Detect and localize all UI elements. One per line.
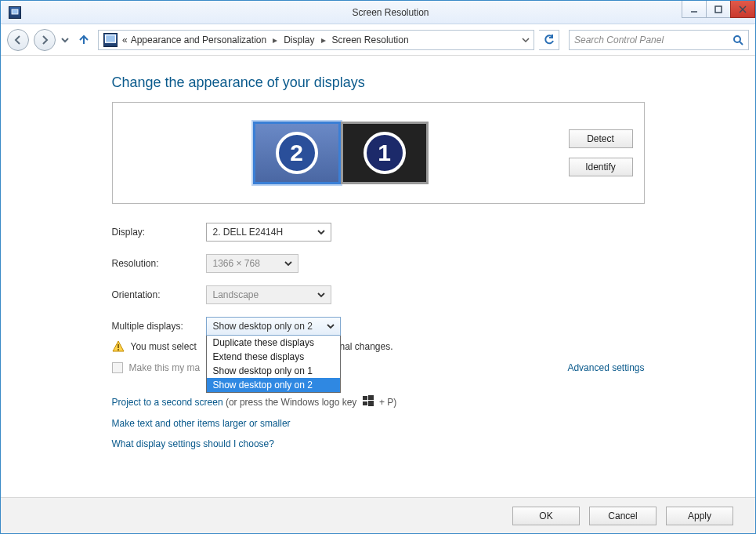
svg-rect-11 bbox=[368, 395, 374, 400]
help-link[interactable]: What display settings should I choose? bbox=[112, 438, 274, 449]
window-title: Screen Resolution bbox=[26, 7, 755, 18]
project-link[interactable]: Project to a second screen bbox=[112, 397, 223, 408]
chevron-down-icon bbox=[282, 260, 295, 267]
breadcrumb-part[interactable]: Appearance and Personalization bbox=[129, 35, 268, 45]
content-area: Change the appearance of your displays 2… bbox=[1, 56, 755, 497]
search-placeholder: Search Control Panel bbox=[574, 35, 732, 45]
display-label: Display: bbox=[112, 227, 206, 238]
svg-rect-12 bbox=[363, 401, 367, 405]
main-display-row: Make this my ma Advanced settings bbox=[112, 362, 645, 373]
svg-rect-13 bbox=[368, 401, 374, 406]
ok-button[interactable]: OK bbox=[512, 507, 580, 525]
screen-resolution-window: Screen Resolution bbox=[0, 0, 756, 534]
dropdown-option[interactable]: Duplicate these displays bbox=[207, 336, 340, 350]
address-dropdown[interactable] bbox=[518, 36, 534, 44]
cancel-button[interactable]: Cancel bbox=[589, 507, 657, 525]
page-title: Change the appearance of your displays bbox=[112, 74, 645, 91]
multiple-displays-select[interactable]: Show desktop only on 2 bbox=[206, 317, 341, 336]
window-controls bbox=[682, 1, 755, 18]
titlebar: Screen Resolution bbox=[1, 1, 755, 24]
warning-icon bbox=[112, 340, 125, 353]
breadcrumb-separator: ▸ bbox=[317, 35, 331, 45]
refresh-button[interactable] bbox=[539, 30, 559, 50]
location-icon bbox=[103, 33, 118, 47]
breadcrumb-part[interactable]: Screen Resolution bbox=[331, 35, 411, 45]
dropdown-option[interactable]: Show desktop only on 1 bbox=[207, 364, 340, 378]
text-size-link[interactable]: Make text and other items larger or smal… bbox=[112, 418, 291, 429]
apply-warning: You must select onal changes. bbox=[112, 340, 645, 353]
dialog-button-row: OK Cancel Apply bbox=[1, 497, 755, 533]
monitor-preview[interactable]: 2 1 bbox=[113, 122, 569, 184]
main-display-label: Make this my ma bbox=[129, 362, 201, 373]
monitor-number: 2 bbox=[276, 132, 318, 174]
dropdown-option[interactable]: Extend these displays bbox=[207, 350, 340, 364]
chevron-down-icon bbox=[324, 322, 337, 330]
multiple-displays-dropdown: Duplicate these displays Extend these di… bbox=[206, 336, 341, 393]
svg-point-9 bbox=[118, 349, 119, 351]
chevron-down-icon bbox=[315, 291, 327, 299]
search-icon bbox=[732, 35, 743, 45]
monitor-1[interactable]: 1 bbox=[341, 122, 429, 184]
up-button[interactable] bbox=[74, 31, 93, 49]
breadcrumb-part[interactable]: Display bbox=[282, 35, 316, 45]
apply-button[interactable]: Apply bbox=[666, 507, 733, 525]
monitor-2[interactable]: 2 bbox=[253, 122, 341, 184]
breadcrumb-prefix: « bbox=[121, 35, 129, 45]
svg-rect-10 bbox=[363, 396, 367, 400]
search-input[interactable]: Search Control Panel bbox=[569, 30, 749, 50]
detect-button[interactable]: Detect bbox=[569, 129, 633, 148]
advanced-settings-link[interactable]: Advanced settings bbox=[567, 362, 644, 373]
chevron-down-icon bbox=[315, 228, 327, 236]
svg-point-6 bbox=[734, 36, 740, 42]
address-bar-row: « Appearance and Personalization ▸ Displ… bbox=[1, 24, 755, 56]
breadcrumb-separator: ▸ bbox=[268, 35, 282, 45]
monitor-number: 1 bbox=[364, 132, 406, 174]
svg-rect-5 bbox=[106, 35, 116, 42]
svg-rect-0 bbox=[12, 9, 18, 14]
resolution-label: Resolution: bbox=[112, 258, 206, 269]
multiple-displays-label: Multiple displays: bbox=[112, 321, 206, 332]
main-display-checkbox[interactable] bbox=[112, 362, 123, 373]
maximize-button[interactable] bbox=[706, 1, 731, 18]
address-bar[interactable]: « Appearance and Personalization ▸ Displ… bbox=[98, 30, 534, 50]
history-dropdown[interactable] bbox=[60, 29, 70, 51]
svg-rect-2 bbox=[715, 6, 722, 13]
minimize-button[interactable] bbox=[682, 1, 707, 18]
control-panel-icon bbox=[9, 6, 21, 19]
windows-key-icon bbox=[363, 393, 374, 413]
close-button[interactable] bbox=[730, 1, 755, 18]
display-arrangement-box: 2 1 Detect Identify bbox=[112, 102, 645, 204]
back-button[interactable] bbox=[7, 29, 29, 51]
dropdown-option-selected[interactable]: Show desktop only on 2 bbox=[207, 378, 340, 392]
orientation-label: Orientation: bbox=[112, 289, 206, 300]
svg-line-7 bbox=[740, 42, 743, 45]
forward-button[interactable] bbox=[34, 29, 56, 51]
resolution-select[interactable]: 1366 × 768 bbox=[206, 254, 298, 273]
identify-button[interactable]: Identify bbox=[569, 158, 633, 176]
orientation-select[interactable]: Landscape bbox=[206, 285, 331, 304]
display-select[interactable]: 2. DELL E2414H bbox=[206, 223, 331, 242]
link-list: Project to a second screen (or press the… bbox=[112, 392, 645, 455]
